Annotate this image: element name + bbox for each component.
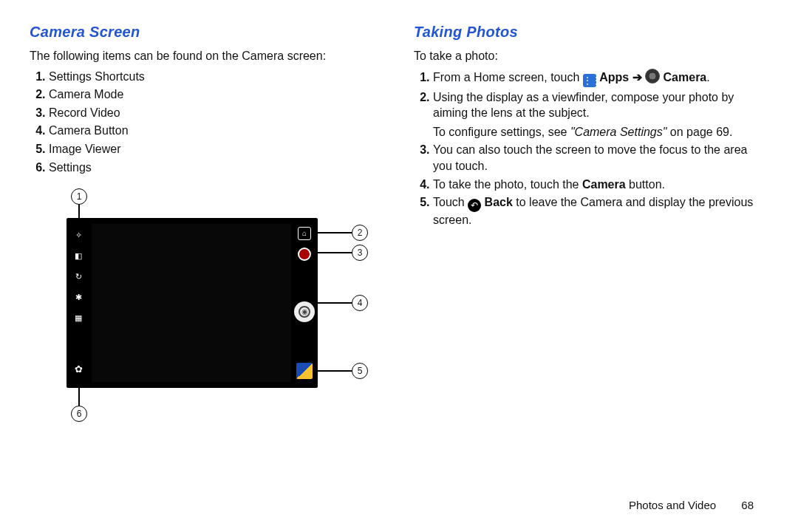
exposure-icon: ◧ — [73, 250, 83, 261]
step-5: Touch ↶ Back to leave the Camera and dis… — [433, 194, 768, 228]
step-2-config-link: "Camera Settings" — [570, 126, 667, 138]
shutter-button-icon: ◉ — [294, 301, 315, 322]
step-5-post: to leave the Camera and display the prev… — [433, 196, 753, 226]
step-2-subtext: To configure settings, see "Camera Setti… — [433, 124, 768, 140]
leader-4 — [318, 302, 352, 304]
legend-item-2: Camera Mode — [49, 86, 384, 103]
legend-item-1: Settings Shortcuts — [49, 69, 384, 85]
step-4-pre: To take the photo, touch the — [433, 178, 582, 191]
flash-icon: ✱ — [73, 292, 83, 302]
callout-3: 3 — [352, 245, 368, 261]
heading-taking-photos: Taking Photos — [414, 22, 768, 42]
callout-4: 4 — [352, 295, 368, 311]
camera-mode-toggle-icon: ⌂ — [298, 227, 311, 240]
back-icon: ↶ — [468, 199, 481, 212]
step-2-config-pre: To configure settings, see — [433, 126, 570, 138]
footer-page-number: 68 — [741, 499, 754, 511]
settings-shortcuts-bar: ✧ ◧ ↻ ✱ ▦ ✿ — [69, 222, 87, 383]
arrow-right-icon: ➔ — [632, 71, 642, 83]
step-4-post: button. — [626, 178, 665, 191]
legend-item-6: Settings — [49, 160, 384, 176]
legend-item-3: Record Video — [49, 105, 384, 121]
apps-grid-icon: ⋮⋮ — [583, 74, 596, 87]
step-3: You can also touch the screen to move th… — [433, 142, 768, 174]
leader-6 — [78, 388, 80, 406]
step-1: From a Home screen, touch ⋮⋮ Apps ➔ Came… — [433, 69, 768, 87]
record-video-icon — [298, 248, 311, 261]
callout-6: 6 — [71, 406, 87, 422]
callout-2: 2 — [352, 225, 368, 241]
leader-5 — [318, 370, 352, 372]
effects-icon: ✧ — [73, 230, 83, 240]
camera-app-icon — [645, 69, 660, 83]
leader-1 — [78, 205, 80, 222]
legend-item-5: Image Viewer — [49, 141, 384, 157]
camera-illustration: ✧ ◧ ↻ ✱ ▦ ✿ ⌂ ◉ — [44, 188, 384, 432]
step-2-config-post: on page 69. — [666, 126, 732, 138]
timer-icon: ↻ — [73, 271, 83, 282]
intro-taking-photos: To take a photo: — [414, 48, 768, 64]
step-2-text-a: Using the display as a viewfinder, compo… — [433, 91, 734, 120]
right-controls-bar: ⌂ ◉ — [294, 222, 315, 383]
viewfinder-area — [92, 224, 291, 382]
intro-camera-screen: The following items can be found on the … — [30, 48, 384, 64]
step-1-apps-label: Apps — [599, 71, 629, 83]
leader-2 — [318, 232, 352, 233]
camera-frame: ✧ ◧ ↻ ✱ ▦ ✿ ⌂ ◉ — [66, 218, 318, 388]
step-1-end: . — [706, 71, 709, 83]
step-1-text-a: From a Home screen, touch — [433, 71, 583, 83]
step-4-bold: Camera — [582, 178, 626, 191]
settings-gear-icon: ✿ — [72, 363, 85, 376]
column-taking-photos: Taking Photos To take a photo: From a Ho… — [414, 22, 768, 432]
legend-item-4: Camera Button — [49, 123, 384, 139]
heading-camera-screen: Camera Screen — [30, 22, 384, 42]
callout-5: 5 — [352, 363, 368, 379]
image-viewer-thumbnail-icon — [296, 363, 313, 379]
taking-photos-steps: From a Home screen, touch ⋮⋮ Apps ➔ Came… — [433, 69, 768, 228]
step-2: Using the display as a viewfinder, compo… — [433, 89, 768, 140]
leader-3 — [318, 252, 352, 253]
step-4: To take the photo, touch the Camera butt… — [433, 177, 768, 193]
step-1-camera-label: Camera — [664, 71, 707, 83]
column-camera-screen: Camera Screen The following items can be… — [30, 22, 384, 432]
step-5-pre: Touch — [433, 196, 468, 208]
camera-screen-legend: Settings Shortcuts Camera Mode Record Vi… — [49, 69, 384, 176]
footer-section-name: Photos and Video — [629, 499, 716, 511]
callout-1: 1 — [71, 188, 87, 205]
grid-icon: ▦ — [73, 313, 83, 323]
step-5-bold: Back — [485, 196, 513, 208]
page-footer: Photos and Video 68 — [629, 498, 754, 513]
